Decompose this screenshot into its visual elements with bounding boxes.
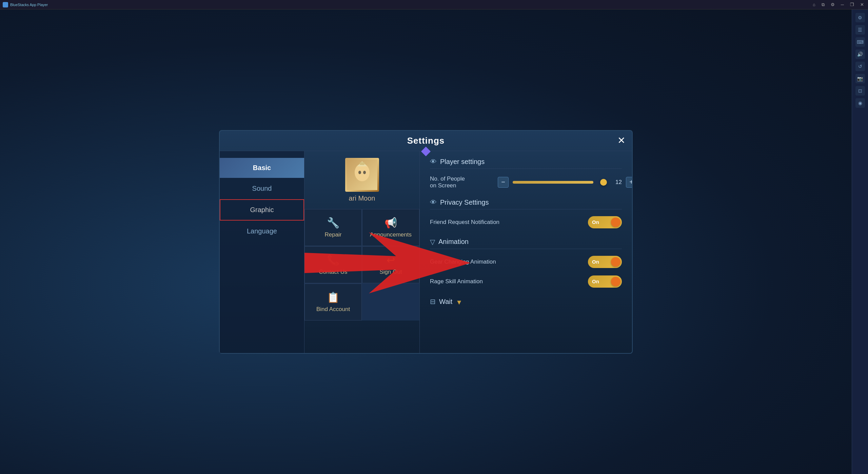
slider-fill: [513, 181, 593, 184]
dialog-body: Basic Sound Graphic Language: [220, 151, 632, 353]
gear-animation-toggle-container: On: [588, 256, 622, 268]
chevron-down-icon[interactable]: ▼: [456, 298, 462, 306]
player-settings-icon: 👁: [430, 158, 437, 166]
slider-value: 12: [612, 179, 622, 186]
sidebar-icon-8[interactable]: ◉: [855, 98, 865, 108]
gear-animation-toggle[interactable]: On: [588, 256, 622, 268]
minimize-icon[interactable]: ─: [840, 2, 845, 7]
sidebar-icon-3[interactable]: ⌨: [855, 37, 865, 47]
topbar-controls: ⌂ ⧉ ⚙ ─ ❐ ✕: [811, 2, 865, 7]
topbar: BlueStacks App Player ⌂ ⧉ ⚙ ─ ❐ ✕: [0, 0, 868, 9]
character-name: ari Moon: [349, 194, 375, 202]
avatar: [345, 158, 379, 192]
close-button[interactable]: ✕: [617, 136, 625, 145]
sidebar-icon-6[interactable]: 📷: [855, 74, 865, 83]
avatar-area: ari Moon: [345, 158, 379, 202]
toggle-thumb-1: [611, 218, 620, 227]
app-logo-icon: [3, 2, 8, 7]
friend-request-row: Friend Request Notification On: [430, 215, 622, 230]
announcements-label: Announcements: [370, 231, 412, 238]
toggle-thumb-2: [611, 257, 620, 267]
svg-point-4: [358, 171, 361, 174]
friend-request-toggle-label: On: [592, 219, 599, 225]
gear-animation-toggle-label: On: [592, 259, 599, 265]
repair-label: Repair: [324, 231, 341, 238]
gear-animation-row: Gear Changing Animation On: [430, 254, 622, 269]
animation-title: ▽ Animation: [430, 238, 622, 249]
center-panel: ari Moon 🔧 Repair 📢 Announcements 📞: [304, 151, 420, 353]
bind-label: Bind Account: [316, 306, 350, 313]
dialog-header: Settings ✕: [220, 131, 632, 151]
settings-icon[interactable]: ⚙: [829, 2, 836, 7]
friend-request-toggle[interactable]: On: [588, 216, 622, 228]
wait-label: Wait: [439, 298, 452, 306]
svg-rect-3: [360, 162, 364, 165]
folder-icon[interactable]: ⧉: [820, 2, 826, 7]
nav-item-sound[interactable]: Sound: [220, 179, 304, 199]
dialog-title: Settings: [407, 136, 445, 146]
signout-button[interactable]: ↩ Sign Out: [362, 246, 419, 283]
friend-request-label: Friend Request Notification: [430, 219, 499, 226]
privacy-settings-section: 👁 Privacy Settings Friend Request Notifi…: [430, 199, 622, 230]
player-settings-section: 👁 Player settings No. of Peopleon Screen…: [430, 158, 622, 190]
slider-plus-button[interactable]: +: [626, 177, 632, 188]
animation-icon: ▽: [430, 238, 435, 246]
bind-icon: 📋: [327, 291, 339, 303]
expand-icon[interactable]: ❐: [849, 2, 855, 7]
sidebar-icon-4[interactable]: 🔊: [855, 49, 865, 59]
rage-skill-label: Rage Skill Animation: [430, 278, 498, 285]
dialog-overlay: Settings ✕ Basic Sound Graphic Language: [0, 9, 852, 474]
app-logo: BlueStacks App Player: [3, 2, 48, 7]
player-settings-title: 👁 Player settings: [430, 158, 622, 169]
wait-section: ⊟ Wait ▼: [430, 297, 622, 306]
announcements-button[interactable]: 📢 Announcements: [362, 209, 419, 246]
privacy-settings-title: 👁 Privacy Settings: [430, 199, 622, 209]
slider-minus-button[interactable]: −: [498, 177, 509, 188]
people-label: No. of Peopleon Screen: [430, 176, 498, 189]
nav-item-graphic[interactable]: Graphic: [220, 199, 304, 221]
app-title: BlueStacks App Player: [10, 3, 48, 7]
gear-animation-label: Gear Changing Animation: [430, 259, 498, 265]
slider-container: − 12 +: [498, 177, 632, 188]
contact-icon: 📞: [327, 254, 339, 266]
signout-icon: ↩: [387, 254, 395, 266]
close-topbar-icon[interactable]: ✕: [859, 2, 865, 7]
animation-section: ▽ Animation Gear Changing Animation On: [430, 238, 622, 289]
rage-skill-row: Rage Skill Animation On: [430, 274, 622, 289]
contact-label: Contact Us: [319, 269, 347, 275]
nav-item-language[interactable]: Language: [220, 221, 304, 241]
slider-thumb[interactable]: [600, 179, 607, 186]
home-icon[interactable]: ⌂: [811, 2, 817, 7]
repair-button[interactable]: 🔧 Repair: [304, 209, 362, 246]
sidebar-icon-1[interactable]: ⚙: [855, 13, 865, 22]
friend-request-toggle-container: On: [588, 216, 622, 228]
signout-label: Sign Out: [379, 269, 402, 275]
toggle-thumb-3: [611, 277, 620, 286]
sidebar-icon-7[interactable]: ⊡: [855, 86, 865, 96]
slider-track[interactable]: [513, 181, 608, 184]
svg-point-5: [363, 171, 366, 174]
rage-skill-toggle-label: On: [592, 279, 599, 284]
people-on-screen-row: No. of Peopleon Screen − 12 +: [430, 174, 622, 190]
sidebar-icon-2[interactable]: ☰: [855, 25, 865, 35]
left-nav: Basic Sound Graphic Language: [220, 151, 304, 353]
nav-item-basic[interactable]: Basic: [220, 158, 304, 178]
rage-skill-toggle-container: On: [588, 275, 622, 288]
settings-dialog: Settings ✕ Basic Sound Graphic Language: [219, 130, 633, 354]
wait-icon: ⊟: [430, 297, 436, 306]
avatar-svg: [347, 160, 377, 190]
contact-button[interactable]: 📞 Contact Us: [304, 246, 362, 283]
announcements-icon: 📢: [384, 217, 397, 229]
sidebar-icon-5[interactable]: ↺: [855, 62, 865, 71]
bind-account-button[interactable]: 📋 Bind Account: [304, 284, 362, 321]
grid-buttons: 🔧 Repair 📢 Announcements 📞 Contact Us ↩ …: [304, 209, 419, 321]
right-sidebar: ⚙ ☰ ⌨ 🔊 ↺ 📷 ⊡ ◉: [852, 9, 868, 474]
repair-icon: 🔧: [327, 217, 339, 229]
privacy-settings-icon: 👁: [430, 199, 437, 206]
wait-row: ⊟ Wait ▼: [430, 297, 622, 306]
settings-panel: 👁 Player settings No. of Peopleon Screen…: [420, 151, 632, 353]
rage-skill-toggle[interactable]: On: [588, 275, 622, 288]
